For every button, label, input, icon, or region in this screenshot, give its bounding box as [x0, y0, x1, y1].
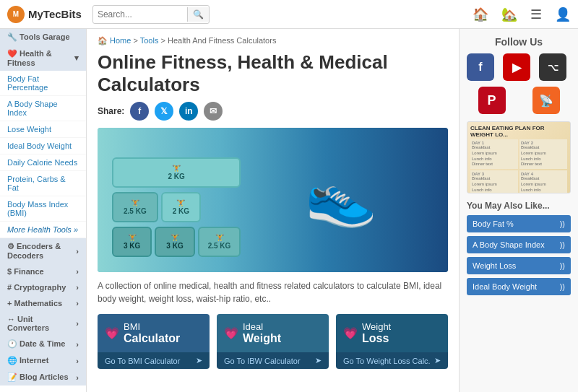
social-github-button[interactable]: ⌥: [539, 53, 566, 81]
sidebar-item-blog[interactable]: 📝 Blog Articles ›: [0, 369, 86, 386]
sidebar-item-unit-converters[interactable]: ↔ Unit Converters ›: [0, 311, 86, 336]
bmi-calculator-card[interactable]: 💗 BMI Calculator Go To BMI Calculator ➤: [98, 314, 210, 369]
home-icon[interactable]: 🏠: [473, 6, 488, 22]
health-fitness-label: ❤️ Health & Fitness: [7, 49, 74, 67]
main-content: 🏠 Home > Tools > Health And Fitness Calc…: [87, 29, 459, 392]
suggestion-body-fat-label: Body Fat %: [473, 219, 514, 228]
sidebar-item-protein[interactable]: Protein, Carbs & Fat: [0, 171, 86, 196]
ideal-weight-link-text: Go To IBW Calculator: [224, 357, 301, 365]
suggestion-weight-loss-label: Weight Loss: [473, 261, 516, 270]
social-facebook-button[interactable]: f: [467, 53, 494, 81]
bmi-link-text: Go To BMI Calculator: [105, 357, 180, 365]
layout: 🔧 Tools Garage ❤️ Health & Fitness ▾ Bod…: [0, 29, 578, 392]
blog-arrow: ›: [76, 373, 79, 382]
suggestion-body-shape-chevron: )): [560, 240, 565, 249]
suggestion-body-shape[interactable]: A Body Shape Index )): [467, 236, 571, 253]
weight-loss-card-link[interactable]: Go To Weight Loss Calc. ➤: [336, 352, 448, 369]
description-text: A collection of online medical, health a…: [98, 279, 448, 305]
mathematics-arrow: ›: [76, 299, 79, 308]
sidebar-item-encoders[interactable]: ⚙ Encoders & Decoders ›: [0, 238, 86, 263]
right-sidebar: Follow Us f ▶ ⌥ P 📡 CLEAN EATING PLAN FO…: [459, 29, 578, 392]
share-facebook-button[interactable]: f: [130, 102, 149, 121]
sidebar-item-cryptography[interactable]: # Cryptography ›: [0, 279, 86, 295]
logo[interactable]: M MyTecBits: [7, 6, 82, 23]
share-email-button[interactable]: ✉: [204, 102, 223, 121]
suggestion-weight-loss[interactable]: Weight Loss )): [467, 257, 571, 274]
social-rss-button[interactable]: 📡: [532, 87, 560, 114]
unit-converters-arrow: ›: [76, 319, 79, 328]
sidebar-item-internet[interactable]: 🌐 Internet ›: [0, 352, 86, 369]
sidebar-item-mathematics[interactable]: + Mathematics ›: [0, 295, 86, 311]
bmi-link-arrow: ➤: [196, 356, 202, 365]
datetime-arrow: ›: [76, 340, 79, 349]
search-input[interactable]: [93, 7, 187, 22]
sidebar-item-bmi[interactable]: Body Mass Index (BMI): [0, 196, 86, 222]
suggestion-body-shape-label: A Body Shape Index: [473, 240, 545, 249]
sidebar-item-tools-garage[interactable]: 🔧 Tools Garage: [0, 29, 86, 45]
logo-text: MyTecBits: [28, 8, 82, 20]
share-row: Share: f 𝕏 in ✉: [98, 102, 448, 121]
internet-label: 🌐 Internet: [7, 356, 48, 365]
internet-arrow: ›: [76, 357, 79, 365]
suggestion-ideal-body-weight-label: Ideal Body Weight: [473, 282, 537, 291]
ideal-weight-title-line1: Ideal: [243, 321, 281, 332]
header-search[interactable]: 🔍: [92, 5, 210, 24]
breadcrumb-sep1: >: [133, 36, 139, 45]
suggestion-body-fat[interactable]: Body Fat % )): [467, 215, 571, 232]
cryptography-arrow: ›: [76, 283, 79, 292]
sidebar-item-body-fat[interactable]: Body Fat Percentage: [0, 71, 86, 96]
search-button[interactable]: 🔍: [187, 7, 209, 22]
weight-loss-heart-icon: 💗: [343, 326, 358, 340]
tools-garage-label: 🔧 Tools Garage: [7, 32, 70, 42]
logo-icon: M: [7, 6, 25, 23]
sidebar-item-daily-calorie[interactable]: Daily Calorie Needs: [0, 154, 86, 171]
social-pinterest-button[interactable]: P: [478, 87, 506, 114]
ad-text: CLEAN EATING PLAN FOR WEIGHT LO...: [470, 125, 567, 138]
follow-us-title: Follow Us: [467, 36, 571, 48]
calculator-cards: 💗 BMI Calculator Go To BMI Calculator ➤ …: [98, 314, 448, 369]
datetime-label: 🕐 Date & Time: [7, 339, 65, 349]
encoders-label: ⚙ Encoders & Decoders: [7, 242, 76, 260]
weight-loss-title-line1: Weight: [362, 321, 391, 332]
health-fitness-arrow: ▾: [74, 53, 79, 63]
social-icons-row2: P 📡: [467, 87, 571, 114]
share-linkedin-button[interactable]: in: [179, 102, 198, 121]
page-title: Online Fitness, Health & Medical Calcula…: [98, 51, 448, 96]
you-may-title: You May Also Like...: [467, 201, 571, 211]
sidebar-item-finance[interactable]: $ Finance ›: [0, 263, 86, 279]
breadcrumb-tools[interactable]: Tools: [140, 36, 159, 45]
finance-label: $ Finance: [7, 267, 44, 276]
weight-loss-title-line2: Loss: [362, 332, 391, 345]
bmi-title-line2: Calculator: [124, 332, 180, 345]
sidebar-item-datetime[interactable]: 🕐 Date & Time ›: [0, 336, 86, 352]
header-nav: 🏠 🏡 ☰ 👤: [473, 6, 571, 22]
suggestion-body-fat-chevron: )): [560, 219, 565, 228]
ideal-weight-card[interactable]: 💗 Ideal Weight Go To IBW Calculator ➤: [217, 314, 329, 369]
sidebar-item-body-shape[interactable]: A Body Shape Index: [0, 96, 86, 121]
breadcrumb-home[interactable]: 🏠 Home: [98, 36, 131, 45]
weight-loss-link-arrow: ➤: [434, 356, 441, 365]
sidebar-item-lose-weight[interactable]: Lose Weight: [0, 121, 86, 138]
sidebar-item-more-health[interactable]: More Health Tools »: [0, 222, 86, 238]
breadcrumb-current: Health And Fitness Calculators: [168, 36, 276, 45]
share-twitter-button[interactable]: 𝕏: [155, 102, 173, 121]
ad-banner: CLEAN EATING PLAN FOR WEIGHT LO... DAY 1…: [467, 121, 571, 193]
list-icon[interactable]: ☰: [530, 6, 542, 22]
suggestion-ideal-body-weight[interactable]: Ideal Body Weight )): [467, 278, 571, 295]
breadcrumb: 🏠 Home > Tools > Health And Fitness Calc…: [98, 36, 448, 45]
suggestion-weight-loss-chevron: )): [560, 261, 565, 270]
bmi-title-line1: BMI: [124, 321, 180, 332]
social-icons-row1: f ▶ ⌥: [467, 53, 571, 81]
sidebar-item-health-fitness[interactable]: ❤️ Health & Fitness ▾: [0, 45, 86, 71]
share-label: Share:: [98, 106, 124, 116]
social-youtube-button[interactable]: ▶: [503, 53, 530, 81]
bmi-card-link[interactable]: Go To BMI Calculator ➤: [98, 352, 210, 369]
sidebar-item-ideal-body-weight[interactable]: Ideal Body Weight: [0, 138, 86, 154]
user-icon[interactable]: 👤: [555, 6, 571, 22]
weight-loss-card[interactable]: 💗 Weight Loss Go To Weight Loss Calc. ➤: [336, 314, 448, 369]
house-icon[interactable]: 🏡: [501, 6, 517, 22]
ideal-weight-card-link[interactable]: Go To IBW Calculator ➤: [217, 352, 329, 369]
suggestion-ideal-body-weight-chevron: )): [560, 282, 565, 291]
ideal-weight-title-line2: Weight: [243, 332, 281, 345]
ideal-weight-link-arrow: ➤: [315, 356, 322, 365]
